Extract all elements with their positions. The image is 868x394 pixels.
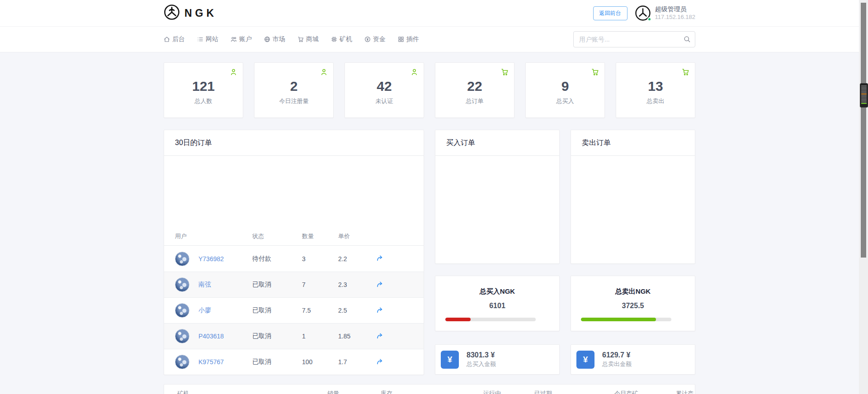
cart-icon [297,36,304,42]
nav-item-miners[interactable]: 矿机 [331,35,352,43]
person-icon [230,68,237,78]
coin-icon [364,36,371,42]
stats-row: 121 总人数 2 今日注册量 42 未认证 22 总订单 9 总买入 13 总… [164,62,695,118]
order-status: 待付款 [252,255,302,263]
total-sell-ngk-card: 总卖出NGK 3725.5 [571,276,695,331]
orders-30d-panel: 30日的订单 用户 状态 数量 单价 Y736982 待付款 3 2.2 南弦 … [164,130,424,375]
panel-title: 30日的订单 [164,130,424,156]
nav-item-mall[interactable]: 商城 [297,35,319,43]
main-nav: 后台 网站 账户 市场 商城 矿机 [0,27,868,52]
user-link[interactable]: 南弦 [198,281,211,289]
col-qty: 数量 [302,232,338,240]
yen-icon: ¥ [441,351,459,369]
buy-orders-chart-area [435,156,559,264]
stat-label: 总买入 [526,97,604,105]
order-price: 2.2 [338,255,374,263]
stat-value: 22 [435,80,514,93]
person-icon [320,68,328,78]
stat-card-total-sells: 13 总卖出 [616,62,695,118]
redo-arrow-icon[interactable] [376,281,383,289]
table-row: 小廖 已取消 7.5 2.5 [164,297,424,323]
table-row: 南弦 已取消 7 2.3 [164,272,424,297]
avatar [175,252,189,266]
brand-wordmark: NGK [184,7,217,19]
order-status: 已取消 [252,306,302,314]
search-icon[interactable] [684,36,691,45]
orders-chart-area [164,156,424,227]
col-running: 运行中 [483,389,534,394]
scrollbar-thumb[interactable] [861,3,866,258]
col-total-output: 累计产矿 [676,389,695,394]
nav-label: 网站 [206,35,218,43]
sell-orders-panel: 卖出订单 [571,130,695,264]
order-price: 1.85 [338,333,374,340]
nav-item-accounts[interactable]: 账户 [231,35,252,43]
user-link[interactable]: P403618 [198,333,224,340]
buy-orders-panel: 买入订单 [435,130,560,264]
admin-avatar [635,5,651,21]
stat-card-today-registered: 2 今日注册量 [254,62,334,118]
scroll-marker-widget[interactable] [860,83,868,108]
avatar [175,303,189,318]
cart-icon [682,68,689,78]
globe-icon [264,36,270,42]
order-qty: 7.5 [302,307,338,314]
ngk-logo-icon [164,4,180,22]
user-link[interactable]: Y736982 [198,255,224,263]
nav-item-plugins[interactable]: 插件 [398,35,419,43]
progress-bar [581,318,671,321]
ngk-card-value: 6101 [435,302,559,310]
col-user: 用户 [175,232,252,240]
nav-label: 后台 [172,35,185,43]
header: NGK 返回前台 超级管理员 117.152.16.182 [0,0,868,27]
stat-card-unverified: 42 未认证 [344,62,424,118]
avatar [175,277,189,292]
amount-value: 8301.3 ¥ [467,351,496,360]
yen-icon: ¥ [576,351,594,369]
avatar [175,329,189,343]
redo-arrow-icon[interactable] [376,306,383,315]
order-qty: 1 [302,333,338,340]
orders-table-header: 用户 状态 数量 单价 [164,227,424,246]
user-search-input[interactable] [573,31,695,47]
stat-card-total-orders: 22 总订单 [435,62,514,118]
stat-value: 2 [255,80,333,93]
stat-value: 42 [345,80,424,93]
nav-label: 市场 [273,35,285,43]
table-row: Y736982 待付款 3 2.2 [164,246,424,272]
home-icon [164,36,170,42]
redo-arrow-icon[interactable] [376,332,383,341]
stat-value: 13 [616,80,695,93]
ngk-card-value: 3725.5 [571,302,695,310]
nav-label: 矿机 [340,35,352,43]
list-icon [197,36,203,42]
stat-label: 总人数 [164,97,243,105]
users-icon [231,36,237,42]
nav-label: 账户 [239,35,252,43]
total-buy-amount-card: ¥ 8301.3 ¥ 总买入金额 [435,344,560,375]
nav-item-market[interactable]: 市场 [264,35,285,43]
order-price: 2.3 [338,281,374,288]
brand: NGK [164,4,217,22]
table-row: P403618 已取消 1 1.85 [164,323,424,349]
order-status: 已取消 [252,281,302,289]
col-today-output: 今日产矿 [614,389,676,394]
user-link[interactable]: 小廖 [198,306,211,314]
person-icon [410,68,418,78]
plugin-icon [398,36,404,42]
ngk-card-title: 总买入NGK [435,287,559,296]
order-qty: 100 [302,358,338,366]
cart-icon [591,68,599,78]
nav-item-backstage[interactable]: 后台 [164,35,185,43]
miners-table-header: 矿机 销量 库存 运行中 已过期 今日产矿 累计产矿 [164,389,695,394]
nav-item-website[interactable]: 网站 [197,35,218,43]
admin-account[interactable]: 超级管理员 117.152.16.182 [635,5,695,21]
nav-item-funds[interactable]: 资金 [364,35,386,43]
redo-arrow-icon[interactable] [376,358,383,366]
back-to-front-button[interactable]: 返回前台 [593,6,627,20]
order-status: 已取消 [252,358,302,366]
stat-card-total-buys: 9 总买入 [525,62,605,118]
user-link[interactable]: K975767 [198,358,224,366]
redo-arrow-icon[interactable] [376,254,383,263]
order-price: 1.7 [338,358,374,366]
